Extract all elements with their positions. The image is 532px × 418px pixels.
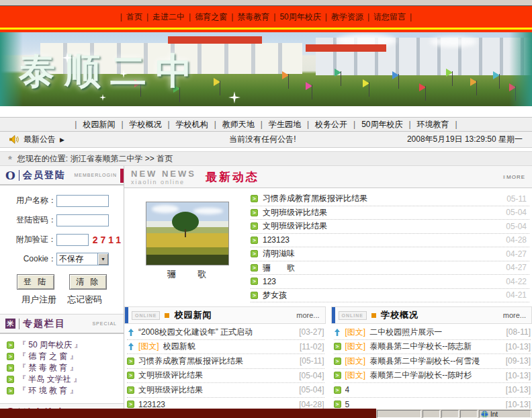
news-item[interactable]: >文明班级评比结果05-04 [251,220,529,234]
news-item[interactable]: [图文]二中校园照片展示一[08-11] [334,325,531,340]
more-link[interactable]: more... [503,311,526,319]
password-label: 登陆密码： [0,214,56,226]
news-item-title: 二中校园照片展示一 [369,327,442,338]
nav-item[interactable]: 教师天地 [222,119,255,130]
arrow-icon: > [251,209,258,216]
arrow-icon: > [7,376,14,383]
news-item-title: 123123 [138,400,165,409]
nav-item[interactable]: 走进二中 [152,11,185,23]
section-navigation: |校园新闻|学校概况|学校机构|教师天地|学生园地|校务公开|50周年校庆|环境… [0,117,532,132]
news-item[interactable]: >[图文]泰顺县第二中学副校长--何雪漫[09-13] [334,354,531,369]
nav-item[interactable]: 学生园地 [269,119,301,130]
news-item-date: 05-11 [506,194,529,204]
nav-separator: | [189,12,191,22]
photo-caption[interactable]: 骊 歌 [124,268,251,280]
nav-item[interactable]: 校务公开 [315,119,347,130]
flag-icon [306,82,312,90]
news-item[interactable]: >4[10-13] [334,383,531,398]
special-links: >『 50 周年校庆 』>『 德 育 之 窗 』>『 禁 毒 教 育 』>『 半… [0,334,124,404]
flag-pole [499,74,500,89]
orange-square-icon [165,313,169,318]
news-item[interactable]: >文明班级评比结果[05-04] [127,369,324,384]
news-item[interactable]: >骊 歌04-27 [251,261,529,276]
cookie-select[interactable]: 不保存 ▼ [56,253,109,265]
nav-separator: | [367,12,369,22]
special-link[interactable]: >『 禁 毒 教 育 』 [7,362,120,374]
news-item[interactable]: >清明滋味04-27 [251,247,529,261]
latest-more-link[interactable]: ‖MORE [503,174,525,180]
news-item-date: [05-04] [299,385,324,394]
news-item[interactable]: >习惯养成教育黑板报评比结果05-11 [251,192,529,206]
special-link[interactable]: >『 德 育 之 窗 』 [7,351,120,362]
nav-item[interactable]: 校园新闻 [83,119,115,130]
nav-item[interactable]: 环境教育 [417,119,449,130]
globe-icon [481,411,488,418]
pin-icon [334,329,341,336]
column-title: 校园新闻 [174,309,212,321]
nav-item[interactable]: 50周年校庆 [361,119,402,130]
news-item[interactable]: >文明班级评比结果05-04 [251,206,529,220]
blue-accent-bar [332,307,335,323]
news-item[interactable]: >梦女孩04-21 [251,289,529,303]
news-item[interactable]: >12312304-28 [251,234,529,248]
special-link[interactable]: >『 环 境 教 育 』 [7,385,120,396]
news-item[interactable]: >[图文]泰顺县第二中学校长--陈志新[10-13] [334,340,531,355]
nav-item[interactable]: 首页 [126,11,142,23]
password-field[interactable] [56,214,109,226]
main-area: O 会员登陆 MEMBERLOGIN 用户名称： 登陆密码： 附加验证： [0,166,532,409]
forgot-password-link[interactable]: 忘记密码 [67,294,102,306]
news-item[interactable]: [图文]校园新貌[11-02] [127,340,324,355]
nav-item[interactable]: 学校概况 [130,119,162,130]
browser-status-bar: Int [376,409,532,418]
news-item-title: 泰顺县第二中学校长--陈志新 [369,341,472,352]
flag-pole [398,74,399,89]
flag-icon [363,79,369,87]
special-link[interactable]: >『 半岛 文学社 』 [7,374,120,385]
news-item-date: [10-13] [506,385,531,394]
news-item-title: 4 [345,385,350,394]
flag-pole [312,85,312,99]
announcement-arrow-icon[interactable]: ▶ [60,136,64,143]
nav-item[interactable]: 教学资源 [331,11,363,23]
news-item[interactable]: >123123[04-28] [127,398,324,409]
cookie-label: Cookie： [0,253,56,265]
breadcrumb-text[interactable]: 您现在的位置: 浙江省泰顺第二中学 >> 首页 [17,153,173,165]
nav-item[interactable]: 学校机构 [176,119,208,130]
nav-item[interactable]: 请您留言 [373,11,406,23]
special-link[interactable]: >『 50 周年校庆 』 [7,339,120,351]
username-field[interactable] [56,195,109,207]
captcha-field[interactable] [56,234,89,246]
online-logo: ONLINE [339,311,367,320]
news-item[interactable]: “2008校园文化建设年” 正式启动[03-27] [127,325,324,340]
announcement-bar: 最新公告 ▶ 当前没有任何公告! 2008年5月19日 13:29:50 星期一 [0,132,532,148]
news-item-title: “2008校园文化建设年” 正式启动 [138,327,253,338]
news-columns: ONLINE 校园新闻 more... “2008校园文化建设年” 正式启动[0… [124,306,532,409]
nav-separator: | [353,120,355,129]
nav-item[interactable]: 德育之窗 [195,11,227,23]
news-item[interactable]: >5[10-13] [334,398,531,409]
news-item[interactable]: >文明班级评比结果[05-04] [127,383,324,398]
captcha-label: 附加验证： [0,234,56,245]
flag-icon [335,69,341,77]
nav-item[interactable]: 禁毒教育 [237,11,269,23]
news-item-title: 文明班级评比结果 [263,207,327,218]
login-button[interactable]: 登 陆 [17,274,54,290]
arrow-icon: > [127,358,134,365]
news-item[interactable]: >[图文]泰顺第二中学副校长--陈时杉[10-13] [334,369,531,384]
featured-photo[interactable] [146,202,229,265]
clear-button[interactable]: 清 除 [69,274,107,290]
status-zone-text: Int [490,411,498,418]
news-item[interactable]: >习惯养成教育黑板报评比结果[05-11] [127,354,324,369]
announcement-label[interactable]: 最新公告 [24,134,56,145]
nav-item[interactable]: 50周年校庆 [279,11,320,23]
news-item[interactable]: >12304-22 [251,275,529,289]
news-item-date: 04-27 [506,263,529,272]
asterisk-icon: * [8,153,12,165]
more-link[interactable]: more... [296,311,319,319]
special-title: 专题栏目 [23,318,66,330]
browser-page: |首页|走进二中|德育之窗|禁毒教育|50周年校庆|教学资源|请您留言| 泰顺二… [0,0,532,418]
blue-accent-bar [125,307,128,323]
pic-text-tag: [图文] [345,370,366,381]
chevron-down-icon[interactable]: ▼ [97,253,108,265]
register-link[interactable]: 用户注册 [21,294,56,306]
